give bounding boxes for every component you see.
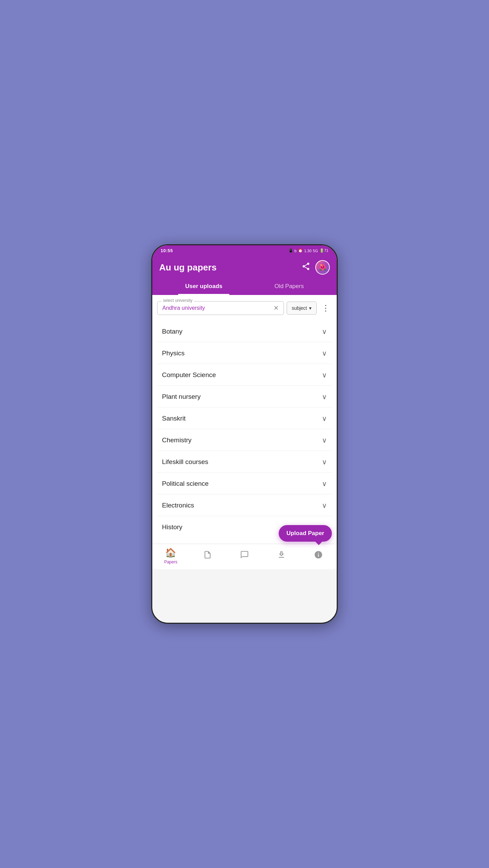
chevron-down-icon-sanskrit: ∨	[322, 414, 327, 423]
status-time: 10:55	[161, 248, 173, 253]
subject-selector[interactable]: subject ▾	[287, 302, 317, 315]
subject-item-physics[interactable]: Physics ∨	[157, 343, 332, 364]
nav-item-documents[interactable]	[197, 550, 218, 562]
filter-row: select university Andhra university ✕ su…	[157, 301, 332, 315]
tab-user-uploads[interactable]: User uploads	[178, 279, 229, 295]
subject-name-plant-nursery: Plant nursery	[162, 393, 201, 401]
subject-list: Botany ∨ Physics ∨ Computer Science ∨ Pl…	[157, 321, 332, 537]
chevron-down-icon-cs: ∨	[322, 371, 327, 379]
chevron-down-icon-polsci: ∨	[322, 480, 327, 488]
main-content: select university Andhra university ✕ su…	[152, 295, 337, 544]
subject-item-chemistry[interactable]: Chemistry ∨	[157, 430, 332, 451]
app-title: Au ug papers	[159, 262, 217, 273]
nav-item-messages[interactable]	[234, 550, 255, 562]
subject-item-electronics[interactable]: Electronics ∨	[157, 495, 332, 516]
subject-chevron-icon: ▾	[309, 305, 311, 311]
university-label: select university	[162, 298, 194, 303]
phone-frame: 10:55 📱 b ⏰ 1.30 5G 🔋71 Au ug papers	[151, 244, 338, 624]
subject-item-lifeskill[interactable]: Lifeskill courses ∨	[157, 452, 332, 473]
university-selector[interactable]: select university Andhra university ✕	[157, 301, 284, 315]
subject-name-political-science: Political science	[162, 480, 209, 487]
bottom-nav: 🏠 Papers	[152, 544, 337, 569]
nav-item-info[interactable]	[308, 550, 329, 562]
subject-item-sanskrit[interactable]: Sanskrit ∨	[157, 408, 332, 429]
upload-paper-button[interactable]: Upload Paper	[279, 525, 332, 542]
subject-item-plant-nursery[interactable]: Plant nursery ∨	[157, 386, 332, 407]
subject-name-botany: Botany	[162, 328, 182, 335]
status-icons: 📱 b ⏰ 1.30 5G 🔋71	[288, 248, 328, 253]
home-icon: 🏠	[165, 548, 176, 558]
battery-icon: 🔋71	[319, 248, 328, 253]
status-bar: 10:55 📱 b ⏰ 1.30 5G 🔋71	[152, 245, 337, 256]
more-options-button[interactable]: ⋮	[319, 303, 332, 314]
messages-icon	[240, 550, 249, 562]
nav-label-papers: Papers	[164, 560, 177, 564]
subject-name-computer-science: Computer Science	[162, 371, 216, 379]
selected-university: Andhra university	[162, 305, 205, 311]
alarm-icon: ⏰	[298, 248, 303, 253]
wifi-icon: 1.30	[304, 249, 311, 253]
nav-item-papers[interactable]: 🏠 Papers	[160, 548, 181, 564]
content-area: select university Andhra university ✕ su…	[152, 295, 337, 544]
subject-name-electronics: Electronics	[162, 502, 194, 509]
info-icon	[314, 550, 323, 562]
share-icon[interactable]	[301, 262, 310, 273]
chevron-down-icon-lifeskill: ∨	[322, 458, 327, 466]
whatsapp-icon: 📱	[288, 248, 293, 253]
chevron-down-icon-plant: ∨	[322, 393, 327, 401]
header-icons: 🌺	[301, 260, 330, 275]
chevron-down-icon-electronics: ∨	[322, 501, 327, 510]
download-icon	[277, 550, 286, 562]
user-avatar[interactable]: 🌺	[315, 260, 330, 275]
subject-name-lifeskill: Lifeskill courses	[162, 458, 208, 466]
subject-label: subject	[292, 305, 307, 311]
subject-name-physics: Physics	[162, 349, 184, 357]
subject-item-computer-science[interactable]: Computer Science ∨	[157, 365, 332, 386]
university-value: Andhra university ✕	[162, 305, 279, 311]
subject-name-sanskrit: Sanskrit	[162, 415, 186, 422]
chevron-down-icon-chemistry: ∨	[322, 436, 327, 444]
nav-item-download[interactable]	[271, 550, 292, 562]
signal-icon: 5G	[313, 249, 318, 253]
chevron-down-icon-physics: ∨	[322, 349, 327, 357]
phone-content: 10:55 📱 b ⏰ 1.30 5G 🔋71 Au ug papers	[152, 245, 337, 569]
subject-name-chemistry: Chemistry	[162, 436, 192, 444]
bluetooth-icon: b	[295, 249, 297, 253]
tab-old-papers[interactable]: Old Papers	[268, 279, 311, 295]
tab-bar: User uploads Old Papers	[159, 279, 330, 295]
clear-university-button[interactable]: ✕	[274, 305, 279, 311]
subject-item-political-science[interactable]: Political science ∨	[157, 473, 332, 494]
subject-name-history: History	[162, 523, 182, 531]
documents-icon	[203, 550, 212, 562]
app-header: Au ug papers 🌺 User uploads Old Papers	[152, 256, 337, 295]
subject-item-botany[interactable]: Botany ∨	[157, 321, 332, 342]
header-top: Au ug papers 🌺	[159, 260, 330, 275]
chevron-down-icon-botany: ∨	[322, 327, 327, 336]
